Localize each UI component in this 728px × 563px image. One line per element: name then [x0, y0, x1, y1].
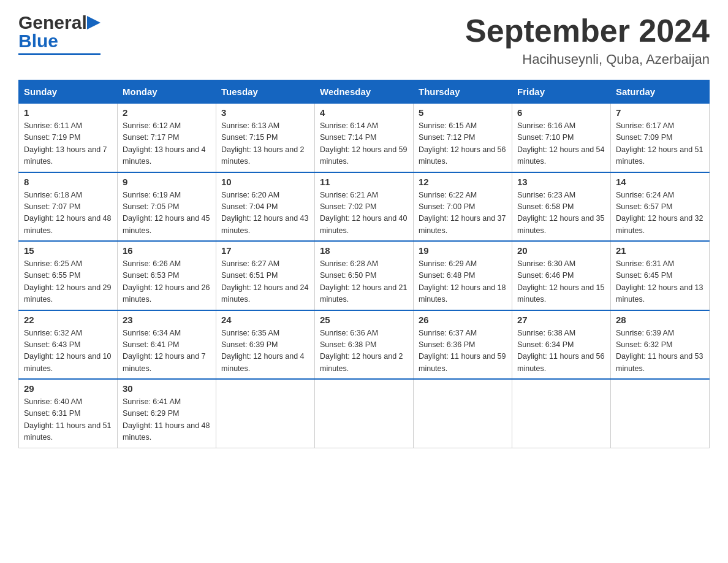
day-info: Sunrise: 6:19 AM Sunset: 7:05 PM Dayligh…: [123, 190, 211, 237]
calendar-week-row: 29 Sunrise: 6:40 AM Sunset: 6:31 PM Dayl…: [19, 379, 710, 448]
day-info: Sunrise: 6:11 AM Sunset: 7:19 PM Dayligh…: [24, 120, 112, 168]
day-info: Sunrise: 6:40 AM Sunset: 6:31 PM Dayligh…: [24, 396, 112, 444]
sunset-label: Sunset: 6:34 PM: [517, 340, 574, 349]
calendar-cell: 22 Sunrise: 6:32 AM Sunset: 6:43 PM Dayl…: [19, 310, 118, 380]
sunset-label: Sunset: 6:55 PM: [24, 271, 80, 280]
day-number: 17: [221, 245, 309, 256]
calendar-cell: 4 Sunrise: 6:14 AM Sunset: 7:14 PM Dayli…: [315, 104, 414, 172]
day-number: 6: [517, 107, 605, 118]
calendar-cell: 9 Sunrise: 6:19 AM Sunset: 7:05 PM Dayli…: [118, 172, 216, 242]
sunset-label: Sunset: 6:45 PM: [616, 271, 672, 280]
day-number: 12: [419, 177, 507, 187]
sunrise-label: Sunrise: 6:37 AM: [419, 329, 477, 337]
sunrise-label: Sunrise: 6:11 AM: [24, 121, 82, 130]
sunset-label: Sunset: 6:29 PM: [123, 409, 179, 418]
day-number: 10: [221, 177, 309, 187]
daylight-label: Daylight: 12 hours and 48 minutes.: [24, 214, 111, 234]
sunrise-label: Sunrise: 6:24 AM: [616, 191, 674, 199]
daylight-label: Daylight: 13 hours and 4 minutes.: [123, 145, 206, 166]
calendar-cell: 21 Sunrise: 6:31 AM Sunset: 6:45 PM Dayl…: [611, 241, 710, 310]
daylight-label: Daylight: 11 hours and 56 minutes.: [517, 352, 604, 372]
sunset-label: Sunset: 6:38 PM: [320, 340, 376, 349]
calendar-week-row: 1 Sunrise: 6:11 AM Sunset: 7:19 PM Dayli…: [19, 104, 710, 172]
day-info: Sunrise: 6:36 AM Sunset: 6:38 PM Dayligh…: [320, 327, 408, 375]
col-header-friday: Friday: [512, 80, 611, 104]
calendar-cell: 20 Sunrise: 6:30 AM Sunset: 6:46 PM Dayl…: [512, 241, 611, 310]
calendar-cell: 12 Sunrise: 6:22 AM Sunset: 7:00 PM Dayl…: [414, 172, 512, 242]
day-number: 15: [24, 245, 112, 256]
daylight-label: Daylight: 12 hours and 13 minutes.: [616, 283, 703, 304]
daylight-label: Daylight: 12 hours and 24 minutes.: [221, 283, 308, 304]
day-number: 14: [616, 177, 704, 187]
daylight-label: Daylight: 12 hours and 7 minutes.: [123, 352, 206, 372]
sunrise-label: Sunrise: 6:12 AM: [123, 121, 181, 130]
calendar-cell: 28 Sunrise: 6:39 AM Sunset: 6:32 PM Dayl…: [611, 310, 710, 380]
sunrise-label: Sunrise: 6:40 AM: [24, 397, 82, 406]
calendar-cell: 18 Sunrise: 6:28 AM Sunset: 6:50 PM Dayl…: [315, 241, 414, 310]
sunrise-label: Sunrise: 6:14 AM: [320, 121, 378, 130]
daylight-label: Daylight: 12 hours and 51 minutes.: [616, 145, 703, 166]
day-info: Sunrise: 6:21 AM Sunset: 7:02 PM Dayligh…: [320, 190, 408, 237]
sunset-label: Sunset: 7:15 PM: [221, 133, 278, 142]
day-number: 3: [221, 107, 309, 118]
day-info: Sunrise: 6:25 AM Sunset: 6:55 PM Dayligh…: [24, 258, 112, 306]
day-info: Sunrise: 6:38 AM Sunset: 6:34 PM Dayligh…: [517, 327, 605, 375]
sunrise-label: Sunrise: 6:35 AM: [221, 329, 279, 337]
logo-general-text: General: [18, 12, 87, 33]
day-info: Sunrise: 6:31 AM Sunset: 6:45 PM Dayligh…: [616, 258, 704, 306]
day-info: Sunrise: 6:24 AM Sunset: 6:57 PM Dayligh…: [616, 190, 704, 237]
daylight-label: Daylight: 12 hours and 37 minutes.: [419, 214, 506, 234]
calendar-cell: [216, 379, 315, 448]
sunrise-label: Sunrise: 6:16 AM: [517, 121, 575, 130]
daylight-label: Daylight: 12 hours and 35 minutes.: [517, 214, 604, 234]
sunrise-label: Sunrise: 6:20 AM: [221, 191, 279, 199]
day-number: 29: [24, 383, 112, 394]
calendar-cell: 26 Sunrise: 6:37 AM Sunset: 6:36 PM Dayl…: [414, 310, 512, 380]
calendar-cell: 2 Sunrise: 6:12 AM Sunset: 7:17 PM Dayli…: [118, 104, 216, 172]
day-number: 13: [517, 177, 605, 187]
sunset-label: Sunset: 7:17 PM: [123, 133, 179, 142]
calendar-table: SundayMondayTuesdayWednesdayThursdayFrid…: [18, 80, 710, 448]
calendar-week-row: 8 Sunrise: 6:18 AM Sunset: 7:07 PM Dayli…: [19, 172, 710, 242]
calendar-cell: 5 Sunrise: 6:15 AM Sunset: 7:12 PM Dayli…: [414, 104, 512, 172]
day-number: 1: [24, 107, 112, 118]
col-header-sunday: Sunday: [19, 80, 118, 104]
sunset-label: Sunset: 7:12 PM: [419, 133, 475, 142]
day-info: Sunrise: 6:22 AM Sunset: 7:00 PM Dayligh…: [419, 190, 507, 237]
sunrise-label: Sunrise: 6:22 AM: [419, 191, 477, 199]
sunrise-label: Sunrise: 6:29 AM: [419, 259, 477, 268]
daylight-label: Daylight: 12 hours and 21 minutes.: [320, 283, 407, 304]
calendar-cell: 13 Sunrise: 6:23 AM Sunset: 6:58 PM Dayl…: [512, 172, 611, 242]
day-info: Sunrise: 6:18 AM Sunset: 7:07 PM Dayligh…: [24, 190, 112, 237]
calendar-cell: 14 Sunrise: 6:24 AM Sunset: 6:57 PM Dayl…: [611, 172, 710, 242]
daylight-label: Daylight: 12 hours and 56 minutes.: [419, 145, 506, 166]
day-number: 30: [123, 383, 211, 394]
sunset-label: Sunset: 7:04 PM: [221, 202, 278, 211]
day-number: 8: [24, 177, 112, 187]
sunrise-label: Sunrise: 6:27 AM: [221, 259, 279, 268]
sunset-label: Sunset: 7:05 PM: [123, 202, 179, 211]
month-year-title: September 2024: [465, 12, 710, 49]
calendar-cell: 8 Sunrise: 6:18 AM Sunset: 7:07 PM Dayli…: [19, 172, 118, 242]
logo-blue-text: Blue: [18, 31, 58, 52]
daylight-label: Daylight: 12 hours and 45 minutes.: [123, 214, 210, 234]
sunset-label: Sunset: 6:39 PM: [221, 340, 278, 349]
calendar-cell: 1 Sunrise: 6:11 AM Sunset: 7:19 PM Dayli…: [19, 104, 118, 172]
daylight-label: Daylight: 11 hours and 51 minutes.: [24, 421, 111, 442]
col-header-tuesday: Tuesday: [216, 80, 315, 104]
sunset-label: Sunset: 6:36 PM: [419, 340, 475, 349]
day-info: Sunrise: 6:17 AM Sunset: 7:09 PM Dayligh…: [616, 120, 704, 168]
calendar-cell: 25 Sunrise: 6:36 AM Sunset: 6:38 PM Dayl…: [315, 310, 414, 380]
daylight-label: Daylight: 13 hours and 7 minutes.: [24, 145, 107, 166]
daylight-label: Daylight: 12 hours and 18 minutes.: [419, 283, 506, 304]
sunset-label: Sunset: 6:31 PM: [24, 409, 80, 418]
location-text: Hacihuseynli, Quba, Azerbaijan: [465, 52, 710, 67]
sunrise-label: Sunrise: 6:36 AM: [320, 329, 378, 337]
daylight-label: Daylight: 12 hours and 26 minutes.: [123, 283, 210, 304]
calendar-week-row: 22 Sunrise: 6:32 AM Sunset: 6:43 PM Dayl…: [19, 310, 710, 380]
daylight-label: Daylight: 11 hours and 48 minutes.: [123, 421, 210, 442]
daylight-label: Daylight: 12 hours and 29 minutes.: [24, 283, 111, 304]
col-header-thursday: Thursday: [414, 80, 512, 104]
day-info: Sunrise: 6:26 AM Sunset: 6:53 PM Dayligh…: [123, 258, 211, 306]
calendar-cell: 27 Sunrise: 6:38 AM Sunset: 6:34 PM Dayl…: [512, 310, 611, 380]
